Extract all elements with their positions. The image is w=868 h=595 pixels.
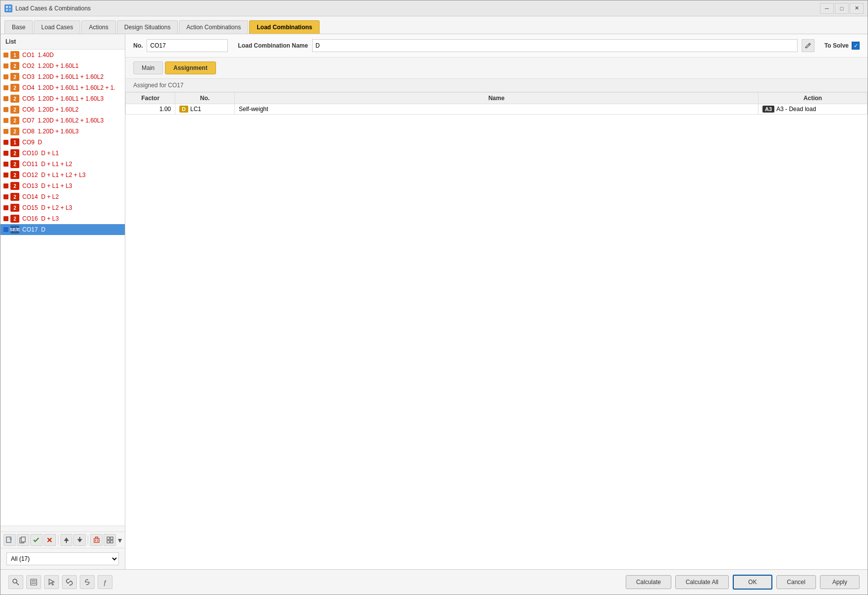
item-badge: 2	[10, 84, 19, 92]
function-symbol: ƒ	[103, 579, 107, 586]
item-label: CO4 1.20D + 1.60L1 + 1.60L2 + 1.	[22, 84, 115, 91]
list-item[interactable]: 2 CO13 D + L1 + L3	[0, 180, 125, 191]
item-badge: 2	[10, 182, 19, 190]
item-label: CO7 1.20D + 1.60L2 + 1.60L3	[22, 117, 104, 124]
item-badge: SE/E	[10, 226, 19, 234]
color-indicator	[3, 227, 8, 232]
special-button[interactable]	[104, 534, 116, 546]
cancel-button[interactable]: Cancel	[776, 575, 816, 589]
calculator-icon-button[interactable]	[26, 575, 41, 589]
search-icon-button[interactable]	[8, 575, 23, 589]
dropdown-area: All (17)	[0, 548, 125, 569]
item-label: CO14 D + L2	[22, 193, 59, 200]
to-solve-checkbox[interactable]: ✓	[852, 42, 860, 50]
item-label: CO10 D + L1	[22, 150, 59, 157]
minimize-button[interactable]: ─	[820, 3, 834, 14]
function-icon-button[interactable]: ƒ	[98, 575, 112, 589]
svg-rect-31	[32, 583, 33, 584]
tab-actions[interactable]: Actions	[81, 20, 115, 34]
more-arrow[interactable]: ▾	[118, 536, 122, 545]
bottom-bar: ƒ Calculate Calculate All OK Cancel Appl…	[0, 569, 868, 595]
right-panel: No. Load Combination Name To Solve ✓ M	[125, 34, 868, 569]
ok-button[interactable]: OK	[733, 575, 772, 590]
list-item[interactable]: 2 CO4 1.20D + 1.60L1 + 1.60L2 + 1.	[0, 82, 125, 93]
color-indicator	[3, 140, 8, 145]
svg-rect-14	[79, 537, 80, 539]
color-indicator	[3, 151, 8, 156]
svg-marker-34	[49, 579, 54, 585]
item-label: CO2 1.20D + 1.60L1	[22, 62, 79, 69]
item-label: CO5 1.20D + 1.60L1 + 1.60L3	[22, 95, 104, 102]
item-badge: 2	[10, 106, 19, 114]
list-item[interactable]: 2 CO15 D + L2 + L3	[0, 202, 125, 213]
list-item[interactable]: 1 CO1 1.40D	[0, 50, 125, 60]
list-item[interactable]: 2 CO16 D + L3	[0, 213, 125, 224]
item-label: CO6 1.20D + 1.60L2	[22, 106, 79, 113]
main-content: List 1 CO1 1.40D 2 CO2 1.20D + 1.60L1 2 …	[0, 34, 868, 569]
edit-name-button[interactable]	[802, 39, 814, 52]
no-value: LC1	[190, 106, 201, 113]
item-badge: 2	[10, 160, 19, 168]
chain-icon-button[interactable]	[80, 575, 95, 589]
tab-base[interactable]: Base	[4, 20, 33, 34]
copy-item-button[interactable]	[17, 534, 29, 546]
no-input[interactable]	[147, 39, 228, 52]
uncheck-button[interactable]	[44, 534, 56, 546]
list-item[interactable]: 2 CO5 1.20D + 1.60L1 + 1.60L3	[0, 93, 125, 104]
svg-line-28	[16, 583, 19, 585]
cursor-icon-button[interactable]	[44, 575, 59, 589]
list-item-co17[interactable]: SE/E CO17 D	[0, 224, 125, 235]
item-badge: 2	[10, 215, 19, 223]
tab-load-cases[interactable]: Load Cases	[34, 20, 80, 34]
check-button[interactable]	[30, 534, 43, 546]
link-icon-button[interactable]	[62, 575, 77, 589]
svg-marker-11	[64, 537, 69, 541]
list-item[interactable]: 2 CO12 D + L1 + L2 + L3	[0, 170, 125, 180]
sub-tab-assignment[interactable]: Assignment	[165, 61, 216, 74]
item-badge: 1	[10, 138, 19, 146]
to-solve-label: To Solve	[824, 42, 849, 49]
list-body: 1 CO1 1.40D 2 CO2 1.20D + 1.60L1 2 CO3 1…	[0, 50, 125, 526]
filter-dropdown[interactable]: All (17)	[6, 552, 119, 565]
list-item[interactable]: 2 CO11 D + L1 + L2	[0, 159, 125, 170]
color-indicator	[3, 118, 8, 123]
color-indicator	[3, 173, 8, 178]
list-item[interactable]: 2 CO7 1.20D + 1.60L2 + 1.60L3	[0, 115, 125, 126]
sub-tab-main[interactable]: Main	[133, 61, 163, 74]
list-item[interactable]: 2 CO8 1.20D + 1.60L3	[0, 126, 125, 137]
calculate-all-button[interactable]: Calculate All	[675, 575, 729, 589]
maximize-button[interactable]: □	[835, 3, 849, 14]
svg-marker-13	[77, 539, 82, 542]
delete-button[interactable]	[90, 534, 103, 546]
list-item[interactable]: 2 CO14 D + L2	[0, 191, 125, 202]
apply-button[interactable]: Apply	[820, 575, 860, 589]
title-bar: Load Cases & Combinations ─ □ ✕	[0, 0, 868, 16]
action-type-badge: A3	[762, 106, 774, 113]
list-item[interactable]: 2 CO10 D + L1	[0, 148, 125, 159]
close-button[interactable]: ✕	[850, 3, 864, 14]
color-indicator	[3, 74, 8, 79]
svg-rect-15	[94, 538, 99, 542]
color-indicator	[3, 85, 8, 90]
color-indicator	[3, 129, 8, 134]
item-label: CO16 D + L3	[22, 215, 59, 222]
list-item[interactable]: 2 CO2 1.20D + 1.60L1	[0, 60, 125, 71]
svg-line-35	[68, 581, 71, 584]
item-badge: 2	[10, 95, 19, 103]
list-scrollbar[interactable]	[0, 526, 125, 532]
tab-action-combinations[interactable]: Action Combinations	[179, 20, 248, 34]
tab-load-combinations[interactable]: Load Combinations	[249, 20, 320, 34]
list-item[interactable]: 2 CO6 1.20D + 1.60L2	[0, 104, 125, 115]
color-indicator	[3, 107, 8, 112]
list-item[interactable]: 2 CO3 1.20D + 1.60L1 + 1.60L2	[0, 71, 125, 82]
tab-design-situations[interactable]: Design Situations	[117, 20, 178, 34]
color-indicator	[3, 63, 8, 68]
table-row[interactable]: 1.00 D LC1 Self-weight A3	[126, 104, 868, 115]
new-item-button[interactable]	[3, 534, 16, 546]
list-item[interactable]: 1 CO9 D	[0, 137, 125, 148]
name-input[interactable]	[312, 39, 798, 52]
calculate-button[interactable]: Calculate	[626, 575, 671, 589]
move-up-button[interactable]	[60, 534, 73, 546]
color-indicator	[3, 162, 8, 167]
move-down-button[interactable]	[73, 534, 86, 546]
